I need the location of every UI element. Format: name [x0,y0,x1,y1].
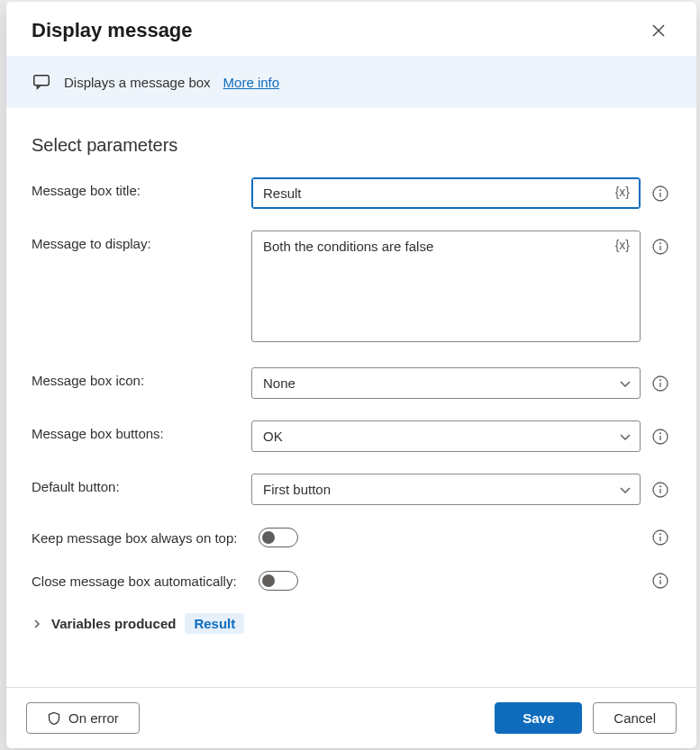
section-title: Select parameters [32,135,671,156]
label-message-box-icon: Message box icon: [32,367,241,388]
label-auto-close: Close message box automatically: [32,574,248,589]
auto-close-toggle[interactable] [259,571,298,591]
message-to-display-input[interactable] [251,230,641,342]
row-message-to-display: Message to display: {x} [32,230,671,346]
svg-point-14 [659,432,661,434]
background-edge [0,0,6,750]
label-always-on-top: Keep message box always on top: [32,530,248,546]
close-button[interactable] [646,18,671,43]
message-box-icon [32,72,51,92]
row-always-on-top: Keep message box always on top: [32,527,671,548]
insert-variable-button[interactable]: {x} [612,236,633,254]
default-button-select[interactable]: First button [251,474,641,505]
more-info-link[interactable]: More info [223,75,280,90]
chevron-right-icon [32,619,42,629]
row-message-box-icon: Message box icon: None [32,367,671,399]
on-error-button[interactable]: On error [26,702,140,734]
banner-text: Displays a message box [64,75,211,90]
dialog-header: Display message [6,2,696,56]
svg-point-11 [659,379,661,381]
variables-produced-row[interactable]: Variables produced Result [32,613,671,634]
info-icon[interactable] [650,373,671,394]
svg-point-17 [659,485,661,487]
info-icon[interactable] [650,183,671,204]
svg-point-23 [659,576,661,578]
row-auto-close: Close message box automatically: [32,570,671,592]
info-icon[interactable] [650,236,671,258]
message-box-title-input[interactable] [251,177,641,209]
save-button[interactable]: Save [495,702,582,734]
svg-rect-2 [34,76,50,86]
message-box-buttons-select[interactable]: OK [251,420,641,452]
label-message-to-display: Message to display: [32,230,241,251]
label-default-button: Default button: [32,474,241,494]
row-message-box-title: Message box title: {x} [32,177,671,209]
display-message-dialog: Display message Displays a message box M… [6,2,696,748]
shield-icon [47,711,61,726]
label-message-box-buttons: Message box buttons: [32,420,241,441]
info-icon[interactable] [650,527,671,548]
info-icon[interactable] [650,426,671,447]
message-box-icon-select[interactable]: None [251,367,641,399]
dialog-title: Display message [32,19,193,42]
row-message-box-buttons: Message box buttons: OK [32,420,671,452]
svg-point-20 [659,533,661,535]
always-on-top-toggle[interactable] [259,528,298,547]
label-message-box-title: Message box title: [32,177,241,198]
info-icon[interactable] [650,570,671,592]
variable-pill[interactable]: Result [185,613,244,634]
close-icon [651,23,666,38]
cancel-button[interactable]: Cancel [593,702,677,734]
dialog-content: Select parameters Message box title: {x}… [6,108,696,687]
variables-produced-label: Variables produced [51,616,176,631]
on-error-label: On error [68,710,119,726]
svg-point-5 [659,189,661,191]
info-icon[interactable] [650,479,671,501]
svg-point-8 [659,242,661,244]
info-banner: Displays a message box More info [6,56,696,108]
insert-variable-button[interactable]: {x} [612,183,633,201]
row-default-button: Default button: First button [32,474,671,505]
dialog-footer: On error Save Cancel [6,687,696,748]
